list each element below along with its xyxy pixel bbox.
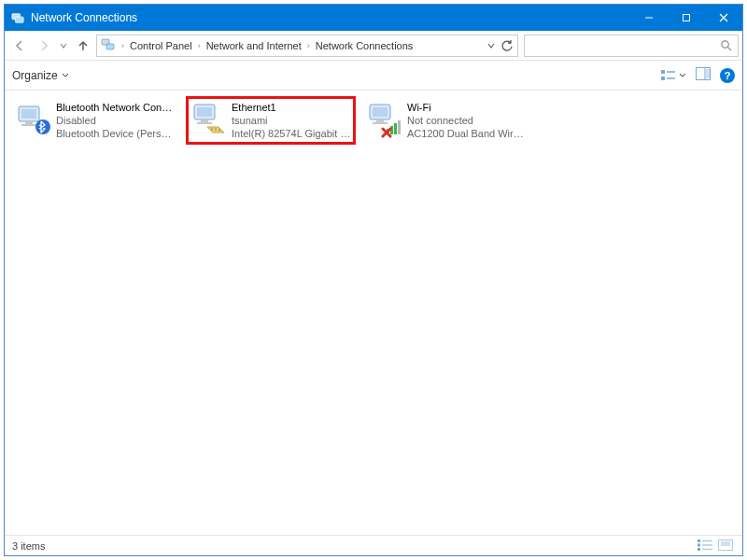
connection-name: Bluetooth Network Connection bbox=[56, 101, 176, 114]
address-bar[interactable]: › Control Panel › Network and Internet ›… bbox=[96, 35, 518, 57]
svg-rect-3 bbox=[684, 15, 690, 21]
item-count: 3 items bbox=[12, 540, 45, 552]
svg-line-5 bbox=[720, 14, 727, 21]
chevron-right-icon: › bbox=[198, 41, 201, 50]
chevron-down-icon bbox=[62, 72, 69, 79]
connection-status: Disabled bbox=[56, 114, 176, 127]
svg-point-8 bbox=[722, 41, 728, 48]
svg-rect-24 bbox=[201, 119, 208, 122]
window: Network Connections › Control Panel › Ne… bbox=[4, 4, 743, 556]
large-icons-view-button[interactable] bbox=[718, 539, 735, 553]
svg-rect-32 bbox=[373, 122, 388, 124]
up-button[interactable] bbox=[72, 35, 94, 57]
organize-label: Organize bbox=[12, 69, 58, 82]
svg-rect-31 bbox=[376, 119, 384, 122]
preview-pane-button[interactable] bbox=[696, 67, 711, 83]
toolbar: Organize ? bbox=[5, 61, 742, 91]
search-icon bbox=[720, 39, 732, 51]
svg-rect-23 bbox=[197, 107, 212, 117]
nav-row: › Control Panel › Network and Internet ›… bbox=[5, 31, 742, 61]
minimize-button[interactable] bbox=[630, 5, 668, 31]
back-button[interactable] bbox=[8, 35, 31, 57]
refresh-icon[interactable] bbox=[500, 39, 514, 52]
connection-device: Intel(R) 82574L Gigabit Netwo... bbox=[232, 127, 351, 140]
svg-rect-27 bbox=[215, 128, 217, 131]
svg-rect-28 bbox=[218, 129, 220, 132]
connection-text: Wi-Fi Not connected AC1200 Dual Band Wir… bbox=[407, 101, 527, 140]
organize-menu[interactable]: Organize bbox=[12, 69, 69, 82]
svg-rect-1 bbox=[15, 17, 23, 22]
content-area: Bluetooth Network Connection Disabled Bl… bbox=[5, 91, 742, 535]
svg-line-4 bbox=[720, 14, 727, 21]
forward-button[interactable] bbox=[33, 35, 55, 57]
svg-rect-44 bbox=[721, 541, 730, 546]
chevron-right-icon: › bbox=[121, 41, 124, 50]
close-button[interactable] bbox=[705, 5, 742, 31]
svg-rect-26 bbox=[211, 128, 213, 131]
maximize-button[interactable] bbox=[668, 5, 705, 31]
help-button[interactable]: ? bbox=[720, 68, 735, 83]
svg-rect-20 bbox=[21, 124, 36, 126]
svg-rect-25 bbox=[197, 122, 212, 124]
svg-rect-36 bbox=[398, 120, 401, 134]
titlebar: Network Connections bbox=[5, 5, 742, 31]
connection-device: AC1200 Dual Band Wireless U... bbox=[407, 127, 527, 140]
chevron-down-icon bbox=[679, 72, 686, 79]
chevron-right-icon: › bbox=[307, 41, 310, 50]
svg-rect-35 bbox=[394, 123, 397, 134]
bluetooth-adapter-icon bbox=[15, 101, 52, 138]
connection-device: Bluetooth Device (Personal Ar... bbox=[56, 127, 176, 140]
svg-rect-11 bbox=[661, 77, 665, 80]
connection-name: Ethernet1 bbox=[232, 101, 351, 114]
connection-status: tsunami bbox=[232, 114, 351, 127]
view-options-button[interactable] bbox=[661, 69, 686, 82]
svg-rect-19 bbox=[25, 121, 33, 124]
svg-rect-30 bbox=[373, 107, 388, 117]
svg-rect-10 bbox=[661, 70, 665, 74]
window-title: Network Connections bbox=[31, 11, 630, 24]
connection-item[interactable]: Wi-Fi Not connected AC1200 Dual Band Wir… bbox=[361, 96, 531, 145]
ethernet-adapter-icon bbox=[190, 101, 228, 138]
app-icon bbox=[10, 10, 25, 25]
crumb-control-panel[interactable]: Control Panel bbox=[130, 40, 192, 51]
wifi-adapter-icon bbox=[366, 101, 403, 138]
connection-text: Bluetooth Network Connection Disabled Bl… bbox=[56, 101, 176, 140]
connection-item[interactable]: Bluetooth Network Connection Disabled Bl… bbox=[10, 96, 180, 145]
crumb-network-internet[interactable]: Network and Internet bbox=[206, 40, 302, 51]
history-dropdown[interactable] bbox=[57, 35, 70, 57]
svg-rect-16 bbox=[706, 69, 710, 78]
connection-name: Wi-Fi bbox=[407, 101, 527, 114]
svg-rect-39 bbox=[698, 548, 700, 551]
svg-rect-7 bbox=[106, 44, 114, 49]
crumb-network-connections[interactable]: Network Connections bbox=[316, 40, 414, 51]
svg-rect-18 bbox=[21, 109, 36, 119]
path-root-icon bbox=[101, 37, 116, 54]
status-bar: 3 items bbox=[5, 535, 742, 555]
svg-rect-37 bbox=[698, 539, 700, 542]
connection-status: Not connected bbox=[407, 114, 527, 127]
svg-line-9 bbox=[727, 47, 731, 50]
search-input[interactable] bbox=[524, 35, 739, 57]
connection-text: Ethernet1 tsunami Intel(R) 82574L Gigabi… bbox=[232, 101, 351, 140]
connection-item[interactable]: Ethernet1 tsunami Intel(R) 82574L Gigabi… bbox=[186, 96, 356, 145]
svg-rect-38 bbox=[698, 543, 700, 546]
details-view-button[interactable] bbox=[698, 539, 714, 553]
address-dropdown-icon[interactable] bbox=[487, 42, 495, 49]
